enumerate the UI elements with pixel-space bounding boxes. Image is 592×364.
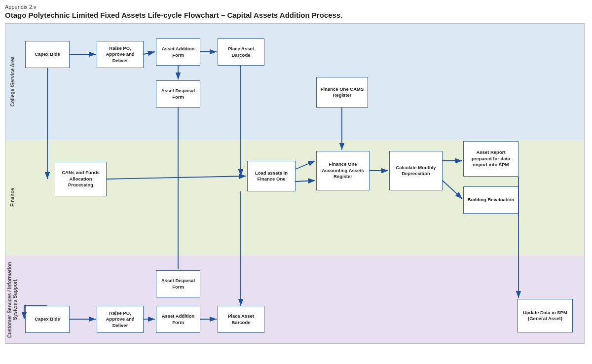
appendix-label: Appendix 2.v — [5, 4, 587, 10]
box-asset-disposal1: Asset Disposal Form — [156, 80, 200, 108]
box-place-barcode2: Place Asset Barcode — [218, 306, 264, 333]
swimlane-customer-label: Customer Services / Information Systems … — [5, 255, 19, 344]
box-capex2: Capex Bids — [25, 306, 70, 333]
box-cans-funds: CANs and Funds Allocation Processing — [55, 162, 107, 196]
box-asset-add2: Asset Addition Form — [156, 306, 200, 333]
main-title: Otago Polytechnic Limited Fixed Assets L… — [5, 11, 587, 19]
swimlane-finance-label: Finance — [5, 140, 19, 255]
swimlane-college-label: College /Service Area — [5, 24, 19, 140]
box-raise-po1: Raise PO, Approve and Deliver — [97, 41, 144, 68]
box-asset-add1: Asset Addition Form — [156, 38, 200, 66]
flowchart-container: College /Service Area Finance Customer S… — [5, 23, 585, 344]
box-raise-po2: Raise PO, Approve and Deliver — [97, 306, 144, 333]
box-calc-depreciation: Calculate Monthly Depreciation — [389, 151, 443, 190]
box-load-assets: Load assets in Finance One — [247, 161, 296, 191]
box-finance-cams: Finance One CAMS Register — [316, 77, 368, 108]
box-finance-accounting: Finance One Accounting Assets Register — [316, 151, 370, 190]
box-building-reval: Building Revaluation — [463, 186, 518, 214]
page: Appendix 2.v Otago Polytechnic Limited F… — [0, 0, 592, 348]
box-update-spm: Update Data in SPM (General Asset) — [518, 299, 573, 332]
box-capex1: Capex Bids — [25, 41, 70, 68]
box-asset-disposal2: Asset Disposal Form — [156, 270, 200, 297]
swimlane-college: College /Service Area — [5, 24, 584, 140]
box-place-barcode1: Place Asset Barcode — [218, 38, 264, 66]
box-asset-report: Asset Report prepared for data import in… — [463, 141, 518, 177]
swimlane-customer: Customer Services / Information Systems … — [5, 255, 584, 344]
